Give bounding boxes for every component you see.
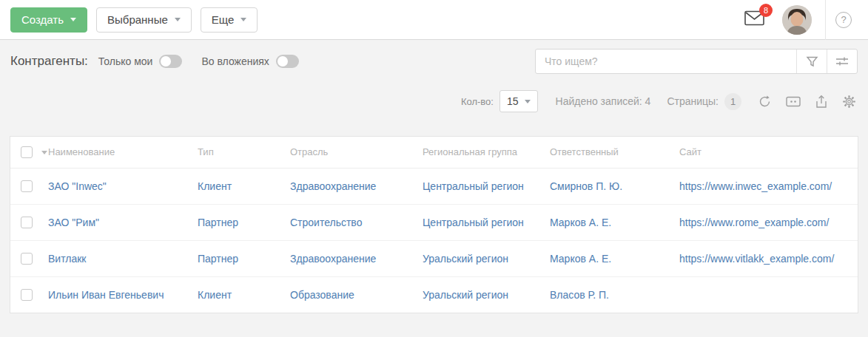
card-view-icon	[786, 96, 801, 107]
cell-owner[interactable]: Смирнов П. Ю.	[550, 168, 679, 204]
export-icon	[815, 95, 828, 109]
settings-button[interactable]	[842, 95, 856, 109]
mail-badge: 8	[759, 4, 773, 17]
cell-site-link[interactable]: https://www.vitlakk_example.com/	[679, 253, 834, 265]
page-title: Контрагенты:	[10, 54, 88, 69]
table-row[interactable]: Витлакк Партнер Здравоохранение Уральски…	[10, 240, 858, 276]
cell-region[interactable]: Уральский регион	[423, 240, 550, 276]
search-box	[535, 49, 858, 74]
user-photo-icon	[782, 5, 812, 35]
gear-icon	[842, 95, 856, 109]
cell-site-link[interactable]: https://www.rome_example.com/	[679, 217, 829, 228]
toggle-switch-off[interactable]	[276, 55, 299, 68]
help-button[interactable]: ?	[835, 12, 852, 28]
counterparties-table: Наименование Тип Отрасль Региональная гр…	[10, 136, 858, 313]
cell-owner[interactable]: Марков А. Е.	[550, 240, 679, 276]
cell-region[interactable]: Центральный регион	[423, 168, 550, 204]
list-action-icons	[758, 95, 856, 109]
cell-region[interactable]: Уральский регион	[423, 276, 550, 313]
cell-owner[interactable]: Власов Р. П.	[550, 276, 679, 313]
help-icon: ?	[841, 14, 846, 25]
toolbar-buttons: Создать Выбранные Еще	[10, 7, 258, 33]
more-button-label: Еще	[212, 13, 235, 26]
count-label: Кол-во:	[461, 96, 494, 107]
column-header-owner[interactable]: Ответственный	[550, 137, 679, 168]
count-value: 15	[507, 95, 519, 107]
filter-funnel-button[interactable]	[796, 50, 827, 73]
cell-name[interactable]: ЗАО "Inwec"	[48, 168, 198, 204]
pages-label: Страницы:	[667, 95, 719, 107]
cell-type[interactable]: Клиент	[198, 276, 290, 313]
more-button[interactable]: Еще	[201, 7, 258, 33]
table-row[interactable]: ЗАО "Inwec" Клиент Здравоохранение Центр…	[10, 168, 858, 204]
row-checkbox[interactable]	[21, 253, 33, 265]
toggle-only-mine-label: Только мои	[98, 55, 153, 67]
chevron-down-icon	[70, 18, 76, 21]
cell-industry[interactable]: Здравоохранение	[290, 168, 423, 204]
page-number-badge[interactable]: 1	[724, 93, 741, 110]
search-input[interactable]	[536, 50, 796, 73]
filter-funnel-icon	[806, 55, 818, 68]
create-button-label: Создать	[21, 13, 64, 26]
cell-type[interactable]: Партнер	[198, 240, 290, 276]
toggle-switch-off[interactable]	[159, 55, 182, 68]
toolbar-divider	[825, 0, 826, 40]
toggle-knob	[277, 56, 288, 67]
row-checkbox[interactable]	[21, 180, 33, 192]
filter-settings-button[interactable]	[827, 50, 857, 73]
selected-button[interactable]: Выбранные	[96, 7, 192, 33]
table-header-row: Наименование Тип Отрасль Региональная гр…	[10, 137, 858, 168]
found-records-text: Найдено записей: 4	[556, 95, 651, 107]
card-view-button[interactable]	[786, 96, 801, 107]
chevron-down-icon	[175, 18, 181, 21]
toggle-only-mine[interactable]: Только мои	[98, 55, 183, 68]
top-toolbar: Создать Выбранные Еще 8	[0, 0, 868, 40]
filters: Контрагенты: Только мои Во вложениях	[10, 54, 318, 69]
cell-type[interactable]: Клиент	[198, 168, 290, 204]
toolbar-right: 8 ?	[744, 0, 858, 40]
toggle-in-attachments-label: Во вложениях	[201, 55, 269, 67]
cell-industry[interactable]: Здравоохранение	[290, 240, 423, 276]
refresh-button[interactable]	[758, 95, 772, 109]
column-header-site[interactable]: Сайт	[679, 137, 858, 168]
filter-settings-icon	[835, 55, 849, 67]
avatar[interactable]	[782, 5, 812, 35]
cell-industry[interactable]: Образование	[290, 276, 423, 313]
selected-button-label: Выбранные	[107, 13, 168, 26]
column-header-name[interactable]: Наименование	[48, 137, 198, 168]
chevron-down-icon	[525, 100, 531, 103]
select-all-checkbox[interactable]	[21, 146, 33, 158]
column-header-industry[interactable]: Отрасль	[290, 137, 423, 168]
toggle-knob	[161, 56, 171, 67]
chevron-down-icon	[240, 18, 246, 21]
export-button[interactable]	[815, 95, 828, 109]
cell-site-link[interactable]: https://www.inwec_example.com/	[679, 180, 832, 192]
cell-name[interactable]: Ильин Иван Евгеньевич	[48, 276, 198, 313]
toggle-in-attachments[interactable]: Во вложениях	[201, 55, 298, 68]
mail-button[interactable]: 8	[744, 10, 764, 29]
select-all-caret-icon[interactable]	[41, 151, 47, 154]
cell-type[interactable]: Партнер	[198, 204, 290, 240]
refresh-icon	[758, 95, 772, 109]
table-row[interactable]: Ильин Иван Евгеньевич Клиент Образование…	[10, 276, 858, 313]
cell-region[interactable]: Центральный регион	[423, 204, 550, 240]
column-header-type[interactable]: Тип	[198, 137, 290, 168]
cell-name[interactable]: ЗАО "Рим"	[48, 204, 198, 240]
row-checkbox[interactable]	[21, 217, 33, 228]
cell-industry[interactable]: Строительство	[290, 204, 423, 240]
row-checkbox[interactable]	[21, 289, 33, 301]
count-select[interactable]: 15	[499, 90, 538, 112]
list-controls-row: Кол-во: 15 Найдено записей: 4 Страницы: …	[0, 74, 868, 112]
cell-owner[interactable]: Марков А. Е.	[550, 204, 679, 240]
cell-name[interactable]: Витлакк	[48, 240, 198, 276]
table-row[interactable]: ЗАО "Рим" Партнер Строительство Централь…	[10, 204, 858, 240]
column-header-region[interactable]: Региональная группа	[423, 137, 550, 168]
filter-row: Контрагенты: Только мои Во вложениях	[0, 40, 868, 74]
create-button[interactable]: Создать	[10, 7, 87, 33]
